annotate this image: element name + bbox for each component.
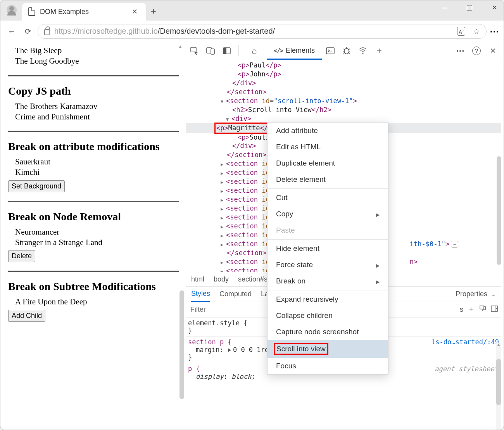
paint-icon[interactable] [479, 305, 487, 314]
expand-toggle[interactable] [221, 215, 226, 221]
breadcrumb-item[interactable]: body [214, 275, 229, 283]
sidebar-toggle-icon[interactable] [490, 306, 498, 314]
tab-label: Elements [286, 47, 315, 55]
svg-line-14 [349, 53, 350, 54]
section-heading: Break on Subtree Modifications [8, 280, 179, 293]
menu-delete-element[interactable]: Delete element [268, 171, 388, 188]
menu-break-on[interactable]: Break on [268, 273, 388, 289]
scroll-up-icon[interactable]: ▴ [496, 342, 501, 347]
network-conditions-icon[interactable] [358, 46, 368, 55]
browser-tab[interactable]: DOM Examples ✕ [22, 3, 146, 21]
menu-cut[interactable]: Cut [268, 190, 388, 206]
close-window-button[interactable] [487, 3, 501, 12]
menu-expand-recursively[interactable]: Expand recursively [268, 291, 388, 307]
expand-toggle[interactable] [221, 259, 226, 266]
add-rule-icon[interactable]: + [467, 306, 475, 314]
lock-icon [44, 29, 50, 35]
svg-point-15 [362, 53, 363, 54]
menu-add-attribute[interactable]: Add attribute [268, 123, 388, 139]
devtools-toolbar: Elements + [186, 42, 501, 59]
window-controls [438, 3, 501, 12]
expand-toggle[interactable] [221, 224, 226, 230]
source-link[interactable]: ls-do…started/:49 [432, 338, 499, 346]
inspect-element-icon[interactable] [190, 46, 199, 55]
elements-tab[interactable]: Elements [270, 42, 319, 59]
menu-copy[interactable]: Copy [268, 206, 388, 222]
console-icon[interactable] [326, 46, 335, 55]
page-text: Kimchi [15, 167, 179, 178]
expand-toggle[interactable] [221, 242, 226, 248]
browser-window: DOM Examples ✕ + https://microsoftedge.g… [0, 0, 504, 430]
styles-scrollbar-thumb[interactable] [496, 359, 501, 405]
page-text: Stranger in a Strange Land [15, 237, 179, 248]
omnibox[interactable]: https://microsoftedge.github.io/Demos/de… [38, 24, 487, 39]
divider [8, 271, 179, 272]
help-icon[interactable] [472, 46, 481, 55]
welcome-tab[interactable] [246, 42, 263, 59]
scroll-up-icon[interactable] [179, 42, 183, 47]
page-text: Neuromancer [15, 227, 179, 237]
styles-scrollbar-track[interactable]: ▴ [496, 343, 501, 430]
device-emulation-icon[interactable] [206, 46, 215, 55]
content-scrollbar[interactable] [180, 290, 184, 399]
add-child-button[interactable]: Add Child [8, 310, 45, 322]
tab-close-button[interactable]: ✕ [129, 6, 141, 17]
menu-paste: Paste [268, 222, 388, 238]
computed-tab[interactable]: Computed [219, 287, 252, 302]
more-tools-icon[interactable]: + [375, 46, 384, 55]
box-model-swatch-icon[interactable] [228, 348, 231, 352]
browser-menu-button[interactable] [490, 26, 499, 37]
dock-side-icon[interactable] [222, 46, 231, 55]
chevron-right-icon [376, 277, 380, 285]
expand-toggle[interactable] [226, 116, 231, 123]
favorite-icon[interactable] [473, 27, 480, 36]
expand-toggle[interactable] [221, 197, 226, 203]
minimize-button[interactable] [438, 3, 452, 12]
delete-button[interactable]: Delete [8, 250, 35, 262]
page-content: The Big Sleep The Long Goodbye Copy JS p… [3, 42, 184, 427]
chevron-right-icon [376, 210, 380, 218]
page-text: A Fire Upon the Deep [15, 297, 179, 307]
menu-collapse-children[interactable]: Collapse children [268, 307, 388, 324]
hover-state-toggle[interactable]: s [460, 306, 463, 314]
menu-capture-node-screenshot[interactable]: Capture node screenshot [268, 324, 388, 340]
page-text: Crime and Punishment [15, 112, 179, 122]
back-button[interactable] [5, 25, 18, 38]
maximize-button[interactable] [463, 3, 476, 12]
elements-scrollbar[interactable] [497, 156, 501, 265]
page-text: The Brothers Karamazov [15, 101, 179, 112]
expand-toggle[interactable] [221, 233, 226, 239]
svg-rect-2 [211, 49, 214, 54]
expand-toggle[interactable] [221, 170, 226, 176]
breadcrumb-item[interactable]: html [191, 275, 204, 283]
profile-avatar[interactable] [7, 5, 17, 15]
read-aloud-icon[interactable]: A› [457, 27, 465, 36]
expand-toggle[interactable] [221, 188, 226, 194]
devtools-menu-icon[interactable] [456, 46, 465, 55]
expand-toggle[interactable] [221, 161, 226, 168]
menu-hide-element[interactable]: Hide element [268, 240, 388, 257]
expand-toggle[interactable] [221, 268, 226, 272]
divider [8, 131, 179, 132]
devtools-close-icon[interactable] [488, 46, 497, 55]
reload-button[interactable] [21, 25, 35, 38]
menu-force-state[interactable]: Force state [268, 257, 388, 273]
menu-focus[interactable]: Focus [268, 358, 388, 374]
section-heading: Break on Node Removal [8, 211, 179, 223]
menu-duplicate-element[interactable]: Duplicate element [268, 155, 388, 171]
properties-tab[interactable]: Properties ⌄ [456, 290, 496, 298]
menu-scroll-into-view[interactable]: Scroll into view [268, 340, 388, 358]
section-heading: Copy JS path [8, 85, 179, 97]
new-tab-button[interactable]: + [151, 6, 156, 17]
collapsed-badge[interactable]: ⋯ [451, 241, 458, 248]
set-background-button[interactable]: Set Background [8, 180, 65, 192]
expand-toggle[interactable] [221, 98, 226, 105]
svg-rect-0 [191, 47, 196, 52]
issues-icon[interactable] [342, 46, 351, 55]
expand-toggle[interactable] [221, 206, 226, 212]
svg-line-10 [349, 49, 350, 50]
expand-toggle[interactable] [221, 179, 226, 185]
menu-edit-as-html[interactable]: Edit as HTML [268, 139, 388, 155]
svg-rect-4 [223, 48, 226, 54]
styles-tab[interactable]: Styles [191, 287, 210, 302]
